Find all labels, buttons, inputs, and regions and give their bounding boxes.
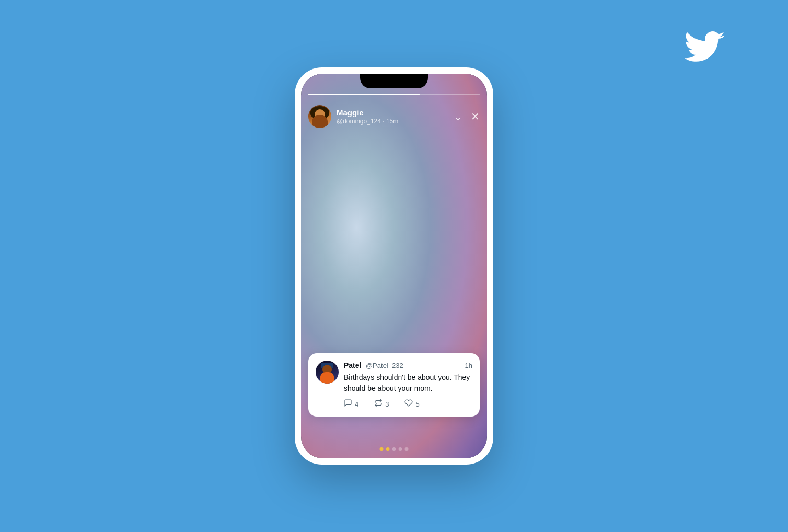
reply-action[interactable]: 4 — [344, 399, 358, 409]
story-separator: · — [383, 118, 386, 125]
twitter-logo — [683, 31, 725, 65]
retweet-count: 3 — [385, 400, 389, 408]
story-chevron-button[interactable]: ⌄ — [454, 111, 462, 122]
dot-4 — [399, 447, 402, 451]
dot-2 — [386, 447, 390, 451]
story-handle: @domingo_124 — [337, 118, 381, 125]
dot-5 — [405, 447, 409, 451]
tweet-actions: 4 3 — [344, 399, 472, 409]
retweet-icon — [374, 399, 383, 409]
avatar-body — [312, 115, 328, 128]
tweet-user-handle: @Patel_232 — [366, 362, 403, 369]
like-action[interactable]: 5 — [404, 399, 419, 409]
tweet-text: Birthdays shouldn't be about you. They s… — [344, 372, 472, 394]
like-count: 5 — [415, 400, 419, 408]
tweet-card-content: Patel @Patel_232 1h Birthdays shouldn't … — [344, 361, 472, 409]
tweet-user-name: Patel — [344, 361, 361, 369]
tweet-time: 1h — [465, 362, 472, 369]
tweet-card-header: Patel @Patel_232 1h Birthdays shouldn't … — [316, 361, 472, 409]
story-user-info: Maggie @domingo_124 · 15m — [337, 108, 454, 125]
tweet-avatar-body — [320, 372, 334, 384]
story-user-avatar — [308, 105, 331, 128]
story-handle-time: @domingo_124 · 15m — [337, 118, 454, 125]
retweet-action[interactable]: 3 — [374, 399, 389, 409]
story-progress-fill — [308, 94, 420, 95]
story-close-button[interactable]: ✕ — [471, 111, 480, 122]
phone-screen: Maggie @domingo_124 · 15m ⌄ ✕ — [301, 74, 487, 458]
reply-icon — [344, 399, 352, 409]
story-header: Maggie @domingo_124 · 15m ⌄ ✕ — [301, 101, 487, 132]
reply-count: 4 — [355, 400, 358, 408]
phone-frame: Maggie @domingo_124 · 15m ⌄ ✕ — [295, 67, 493, 465]
story-time: 15m — [386, 118, 398, 125]
dot-3 — [392, 447, 396, 451]
tweet-user-avatar — [316, 361, 339, 384]
like-icon — [404, 399, 413, 409]
tweet-user-name-group: Patel @Patel_232 — [344, 361, 403, 370]
tweet-card: Patel @Patel_232 1h Birthdays shouldn't … — [308, 353, 480, 417]
story-username: Maggie — [337, 108, 454, 117]
story-actions: ⌄ ✕ — [454, 111, 480, 122]
tweet-card-meta: Patel @Patel_232 1h — [344, 361, 472, 370]
phone-notch — [360, 74, 428, 88]
story-progress-bar — [308, 94, 480, 95]
dot-1 — [380, 447, 384, 451]
bottom-dots — [380, 447, 409, 451]
